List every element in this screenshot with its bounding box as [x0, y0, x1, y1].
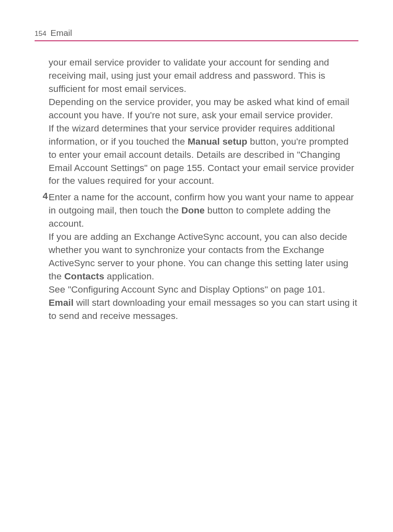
step-body: Enter a name for the account, confirm ho… — [49, 191, 358, 322]
paragraph: See "Configuring Account Sync and Displa… — [49, 283, 358, 296]
paragraph: your email service provider to validate … — [49, 56, 358, 96]
paragraph: Enter a name for the account, confirm ho… — [49, 191, 358, 230]
page-number: 154 — [35, 30, 46, 38]
section-title: Email — [50, 28, 72, 38]
step-4: 4 Enter a name for the account, confirm … — [49, 191, 358, 322]
paragraph: Email will start downloading your email … — [49, 296, 358, 323]
bold-text: Contacts — [64, 271, 104, 281]
text-run: application. — [104, 271, 154, 281]
paragraph: If you are adding an Exchange ActiveSync… — [49, 230, 358, 283]
paragraph: If the wizard determines that your servi… — [49, 122, 358, 188]
page-header: 154 Email — [35, 28, 358, 41]
bold-text: Done — [181, 205, 205, 216]
bold-text: Manual setup — [187, 136, 247, 147]
text-run: will start downloading your email messag… — [49, 298, 357, 321]
page-content: your email service provider to validate … — [35, 56, 358, 323]
paragraph: Depending on the service provider, you m… — [49, 96, 358, 122]
bold-text: Email — [49, 298, 74, 308]
continuation-paragraphs: your email service provider to validate … — [49, 56, 358, 187]
step-number: 4 — [40, 191, 48, 202]
